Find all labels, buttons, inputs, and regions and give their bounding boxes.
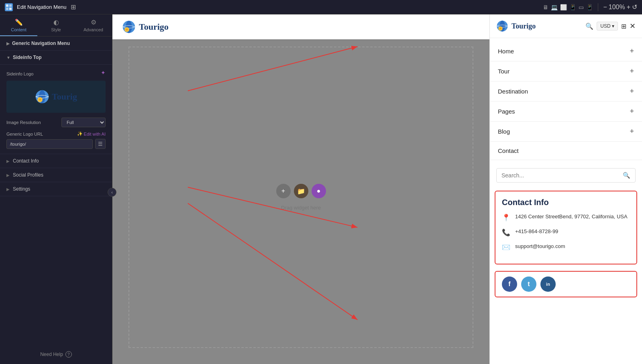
nav-menu-items: Home + Tour + Destination + Pages + [490, 38, 642, 163]
device-icons: 🖥 💻 ⬜ 📱 ▭ 📱 [543, 4, 593, 10]
mobile-icon[interactable]: 📱 [586, 4, 593, 10]
grid-icon[interactable]: ⊞ [71, 3, 76, 11]
zoom-minus[interactable]: − [603, 4, 607, 11]
sideinfo-logo-field-label: Sideinfo Logo ✦ [6, 69, 106, 78]
contact-address: 1426 Center StreetBend, 97702, Californi… [515, 213, 628, 221]
desktop-small-icon[interactable]: 💻 [551, 4, 558, 10]
nav-item-destination[interactable]: Destination + [490, 81, 642, 102]
nav-panel-header: Tourigo 🔍 USD ▾ ⊞ ✕ [490, 14, 642, 38]
canvas-drop-zone[interactable]: + 📁 ● Drag widget here [128, 47, 473, 348]
generic-nav-section-header[interactable]: ▶ Generic Navigation Menu [0, 37, 112, 51]
generic-logo-url-section: Generic Logo URL ✨ Edit with AI ☰ [6, 131, 106, 149]
add-widget-button[interactable]: + [276, 184, 291, 198]
generic-logo-url-row: Generic Logo URL ✨ Edit with AI [6, 131, 106, 136]
nav-item-pages[interactable]: Pages + [490, 102, 642, 122]
facebook-button[interactable]: f [502, 277, 517, 292]
sideinfo-top-section-header[interactable]: ▼ Sideinfo Top [0, 51, 112, 65]
nav-search-input[interactable] [501, 172, 620, 179]
twitter-button[interactable]: t [521, 277, 536, 292]
panel-collapse-button[interactable]: ‹ [108, 188, 116, 197]
settings-section-header[interactable]: ▶ Settings [0, 182, 112, 196]
nav-logo-text: Tourigo [512, 22, 536, 31]
ai-edit-text: Edit with AI [84, 132, 106, 136]
tab-style[interactable]: ◐ Style [37, 14, 75, 36]
style-tab-icon: ◐ [53, 18, 59, 26]
location-icon: 📍 [502, 214, 510, 222]
social-panel: f t in [495, 271, 637, 297]
nav-logo-globe [496, 20, 508, 32]
url-list-button[interactable]: ☰ [95, 139, 106, 149]
contact-info-label: Contact Info [13, 158, 39, 164]
phone-icon: 📞 [502, 228, 510, 237]
website-logo-text: Tourigo [139, 22, 169, 32]
currency-selector[interactable]: USD ▾ [597, 22, 618, 31]
contact-info-arrow: ▶ [6, 159, 10, 163]
ai-edit-button[interactable]: ✨ Edit with AI [77, 131, 106, 136]
need-help-text: Need Help [40, 352, 63, 357]
nav-item-destination-plus[interactable]: + [630, 87, 634, 96]
email-icon: ✉️ [502, 243, 510, 252]
divider [598, 3, 598, 11]
tablet-icon[interactable]: 📱 [569, 4, 576, 10]
nav-item-destination-label: Destination [498, 88, 528, 95]
expand-icon[interactable]: ✦ [101, 69, 106, 76]
contact-email-item: ✉️ support@tourigo.com [502, 242, 630, 252]
settings-label: Settings [13, 186, 30, 192]
logo-preview[interactable]: Tourig [6, 81, 106, 113]
left-panel: ✏️ Content ◐ Style ⚙ Advanced ▶ Generic … [0, 14, 112, 364]
search-action-icon[interactable]: 🔍 [585, 22, 593, 30]
contact-email: support@tourigo.com [515, 242, 565, 250]
zoom-reset[interactable]: ↺ [632, 3, 637, 11]
desktop-icon[interactable]: 🖥 [543, 4, 548, 10]
zoom-plus[interactable]: + [627, 4, 630, 11]
sideinfo-logo-label-text: Sideinfo Logo [6, 71, 33, 76]
sideinfo-top-label: Sideinfo Top [13, 55, 42, 60]
svg-rect-3 [9, 8, 12, 10]
page-title: Edit Navigation Menu [17, 4, 67, 10]
linkedin-button[interactable]: in [540, 277, 556, 292]
nav-item-blog[interactable]: Blog + [490, 122, 642, 142]
url-input[interactable] [6, 139, 93, 149]
generic-nav-arrow: ▶ [6, 41, 10, 46]
zoom-controls: − 100% + ↺ [603, 3, 637, 11]
nav-item-contact[interactable]: Contact [490, 142, 642, 160]
social-profiles-section-header[interactable]: ▶ Social Profiles [0, 168, 112, 182]
contact-info-panel: Contact Info 📍 1426 Center StreetBend, 9… [495, 191, 637, 264]
tablet-small-icon[interactable]: ▭ [579, 4, 584, 10]
add-folder-button[interactable]: 📁 [294, 184, 308, 198]
zoom-level: 100% [609, 4, 625, 11]
contact-info-section-header[interactable]: ▶ Contact Info [0, 154, 112, 168]
nav-item-blog-plus[interactable]: + [630, 127, 634, 136]
nav-item-pages-plus[interactable]: + [630, 107, 634, 116]
website-header: Tourigo [112, 14, 489, 39]
svg-rect-0 [6, 4, 8, 7]
nav-item-home-plus[interactable]: + [630, 47, 634, 55]
tab-advanced[interactable]: ⚙ Advanced [75, 14, 112, 36]
social-profiles-label: Social Profiles [13, 172, 43, 178]
nav-item-tour-plus[interactable]: + [630, 67, 634, 75]
url-input-row: ☰ [6, 139, 106, 149]
nav-item-home[interactable]: Home + [490, 41, 642, 61]
nav-item-blog-label: Blog [498, 128, 510, 135]
nav-panel: Tourigo 🔍 USD ▾ ⊞ ✕ Home + [489, 14, 642, 364]
image-resolution-select[interactable]: Full Large Medium Thumbnail [61, 118, 106, 127]
nav-close-button[interactable]: ✕ [630, 22, 636, 31]
ai-edit-icon: ✨ [77, 131, 83, 136]
nav-search-icon[interactable]: 🔍 [623, 172, 630, 179]
tab-content[interactable]: ✏️ Content [0, 14, 37, 36]
nav-search-bar: 🔍 [496, 168, 636, 183]
sideinfo-top-arrow: ▼ [6, 55, 10, 60]
help-section[interactable]: Need Help ? [0, 345, 112, 364]
contact-info-title: Contact Info [502, 198, 630, 207]
tablet-landscape-icon[interactable]: ⬜ [560, 4, 567, 10]
panel-tabs: ✏️ Content ◐ Style ⚙ Advanced [0, 14, 112, 37]
content-tab-icon: ✏️ [15, 18, 23, 26]
add-item-button[interactable]: ● [312, 184, 326, 198]
top-bar: Edit Navigation Menu ⊞ 🖥 💻 ⬜ 📱 ▭ 📱 − 100… [0, 0, 642, 14]
content-tab-label: Content [11, 27, 26, 32]
nav-grid-icon[interactable]: ⊞ [621, 22, 626, 30]
advanced-tab-icon: ⚙ [91, 18, 96, 26]
panel-content: ▶ Generic Navigation Menu ▼ Sideinfo Top… [0, 37, 112, 345]
topbar-left: Edit Navigation Menu ⊞ [5, 3, 76, 11]
nav-item-tour[interactable]: Tour + [490, 61, 642, 81]
